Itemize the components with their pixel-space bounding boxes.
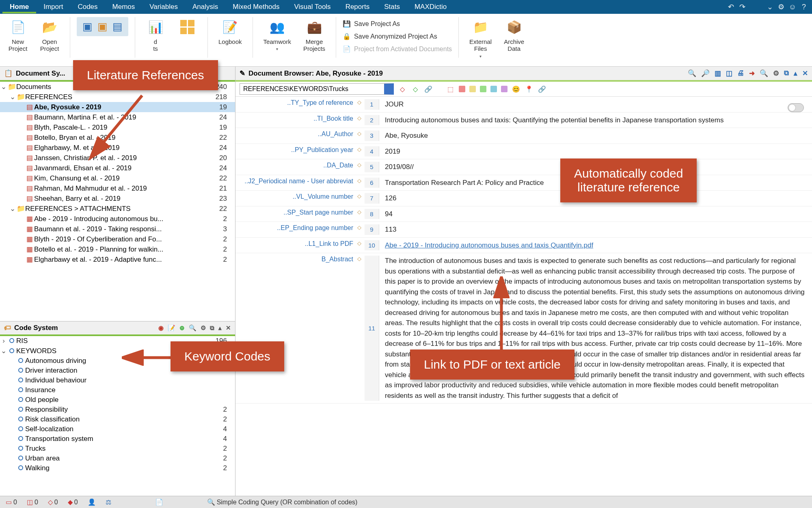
external-files-button[interactable]: 📁 External Files ▾	[465, 17, 496, 59]
new-code-icon[interactable]: ⊕	[179, 324, 185, 332]
code-row[interactable]: Self-localization 4	[0, 424, 235, 434]
code-icon	[16, 357, 25, 365]
settings-icon[interactable]: ⚙	[201, 324, 206, 332]
tab-visual-tools[interactable]: Visual Tools	[287, 0, 338, 13]
zoom-out-icon[interactable]: 🔍	[688, 69, 696, 78]
expand-icon[interactable]: ⌄	[9, 93, 16, 101]
memo-toggle-icon[interactable]: 📝	[168, 324, 175, 332]
tree-row[interactable]: ▤ Kim, Chansung et al. - 2019 22	[0, 173, 235, 183]
tab-mixed-methods[interactable]: Mixed Methods	[225, 0, 287, 13]
search-icon[interactable]: 🔍	[189, 324, 197, 332]
tab-memos[interactable]: Memos	[105, 0, 143, 13]
zoom-in-icon[interactable]: 🔎	[701, 69, 710, 78]
code-row[interactable]: Transportation system 4	[0, 434, 235, 444]
collapse-icon[interactable]: ▴	[794, 69, 797, 78]
tree-row[interactable]: ▦ Blyth - 2019 - Of Cyberliberation and …	[0, 234, 235, 244]
chart-button[interactable]: 📊 dts	[142, 17, 169, 52]
highlight-red-icon[interactable]	[459, 86, 465, 92]
expand-icon[interactable]: ⌄	[0, 347, 7, 355]
undock-icon[interactable]: ⧉	[210, 324, 214, 332]
close-panel-icon[interactable]: ✕	[226, 324, 231, 332]
gear-icon[interactable]: ⚙	[775, 2, 787, 11]
highlight-purple-icon[interactable]	[501, 86, 508, 92]
layout1-icon[interactable]: ▣	[82, 20, 93, 33]
expand-icon[interactable]: ⌄	[0, 82, 7, 91]
status-user[interactable]: 👤	[88, 498, 96, 506]
layout3-icon[interactable]: ▤	[112, 20, 123, 33]
tab-import[interactable]: Import	[36, 0, 70, 13]
tab-codes[interactable]: Codes	[70, 0, 105, 13]
save-anon-button[interactable]: 🔒Save Anonymized Project As	[343, 31, 452, 41]
side-panel-icon[interactable]: ◫	[726, 69, 732, 78]
smiley-icon[interactable]: ☺	[787, 3, 798, 11]
grid-button[interactable]	[173, 17, 201, 37]
link-icon[interactable]: 🔗	[424, 85, 433, 93]
tab-reports[interactable]: Reports	[338, 0, 377, 13]
code-row[interactable]: Trucks 2	[0, 444, 235, 454]
merge-projects-button[interactable]: 💼 Merge Projects	[299, 17, 329, 52]
code-label: Transportation system	[25, 435, 211, 443]
tab-stats[interactable]: Stats	[377, 0, 407, 13]
undock-icon[interactable]: ⧉	[784, 69, 789, 78]
status-coded: ◇0	[48, 498, 58, 506]
code-row[interactable]: Responsibility 2	[0, 405, 235, 415]
redo-icon[interactable]: ↷	[736, 2, 748, 11]
clip-icon[interactable]: 🔗	[538, 85, 546, 93]
tree-row[interactable]: ▤ Javanmardi, Ehsan et al. - 2019 24	[0, 163, 235, 173]
code-row[interactable]: Individual behaviour	[0, 376, 235, 385]
activate-icon[interactable]: ◉	[158, 324, 164, 332]
highlight-blue-icon[interactable]	[490, 86, 497, 92]
find-icon[interactable]: 🔍	[760, 69, 768, 78]
undo-icon[interactable]: ↶	[725, 2, 736, 11]
new-project-button[interactable]: 📄 New Project	[4, 17, 32, 52]
edit-mode-toggle[interactable]	[788, 103, 804, 112]
code-row[interactable]: Risk classification 2	[0, 415, 235, 424]
pdf-link[interactable]: Abe - 2019 - Introducing autonomous buse…	[385, 241, 593, 249]
tab-variables[interactable]: Variables	[142, 0, 185, 13]
code-row[interactable]: Walking 2	[0, 463, 235, 473]
archive-data-button[interactable]: 📦 Archive Data	[500, 17, 528, 52]
next-code-icon[interactable]: ◇	[411, 85, 420, 93]
code-row[interactable]: Old people	[0, 395, 235, 405]
document-icon: ▤	[25, 194, 34, 203]
teamwork-button[interactable]: 👥 Teamwork ▾	[259, 17, 295, 51]
select-icon[interactable]: ⬚	[446, 85, 455, 93]
tree-row[interactable]: ▦ Baumann et al. - 2019 - Taking respons…	[0, 224, 235, 234]
layout2-icon[interactable]: ▣	[97, 20, 108, 33]
document-content: ..TY_Type of reference ◇ 1 JOUR..TI_Book…	[235, 97, 812, 496]
expand-icon[interactable]: ⌄	[9, 204, 16, 213]
tree-row[interactable]: ▤ Sheehan, Barry et al. - 2019 23	[0, 193, 235, 204]
prev-code-icon[interactable]: ◇	[398, 85, 407, 93]
tree-row[interactable]: ⌄ 📁 REFERENCES > ATTACHMENTS 22	[0, 204, 235, 214]
logbook-button[interactable]: 📝 Logbook	[214, 17, 246, 45]
barcode-icon[interactable]: ▥	[715, 69, 721, 78]
save-project-as-button[interactable]: 💾Save Project As	[343, 19, 452, 29]
highlight-green-icon[interactable]	[480, 86, 486, 92]
code-row[interactable]: Urban area 2	[0, 454, 235, 463]
tree-row[interactable]: ▦ Abe - 2019 - Introducing autonomous bu…	[0, 214, 235, 224]
expand-icon[interactable]: ›	[0, 337, 7, 345]
pin-icon[interactable]: 📍	[525, 85, 533, 93]
tree-row[interactable]: ▤ Rahman, Md Mahmudur et al. - 2019 21	[0, 183, 235, 193]
tree-row[interactable]: ▦ Botello et al. - 2019 - Planning for w…	[0, 244, 235, 254]
code-path-selector[interactable]: REFERENCES\KEYWORDS\Trucks	[240, 83, 394, 95]
code-row[interactable]: Insurance	[0, 385, 235, 395]
doc-icon: 📄	[343, 45, 351, 53]
emoji-icon[interactable]: 😊	[512, 85, 520, 93]
tab-maxdictio[interactable]: MAXDictio	[407, 0, 454, 13]
open-project-button[interactable]: 📂 Open Project	[36, 17, 63, 52]
close-icon[interactable]: ✕	[802, 69, 808, 78]
export-icon[interactable]: ➜	[749, 69, 755, 78]
chevron-down-icon[interactable]: ⌄	[764, 2, 775, 11]
print-icon[interactable]: 🖨	[737, 69, 744, 78]
tree-row[interactable]: ▦ Elgharbawy et al. - 2019 - Adaptive fu…	[0, 254, 235, 265]
highlight-yellow-icon[interactable]	[469, 86, 476, 92]
gear-icon[interactable]: ⚙	[773, 69, 779, 78]
tab-analysis[interactable]: Analysis	[185, 0, 225, 13]
collapse-icon[interactable]: ▴	[218, 324, 222, 332]
help-icon[interactable]: ?	[798, 3, 810, 11]
code-count: 4	[211, 425, 231, 433]
query-indicator[interactable]: 🔍Simple Coding Query (OR combination of …	[207, 498, 358, 506]
status-weight[interactable]: ⚖	[106, 498, 111, 506]
tab-home[interactable]: Home	[2, 0, 36, 13]
